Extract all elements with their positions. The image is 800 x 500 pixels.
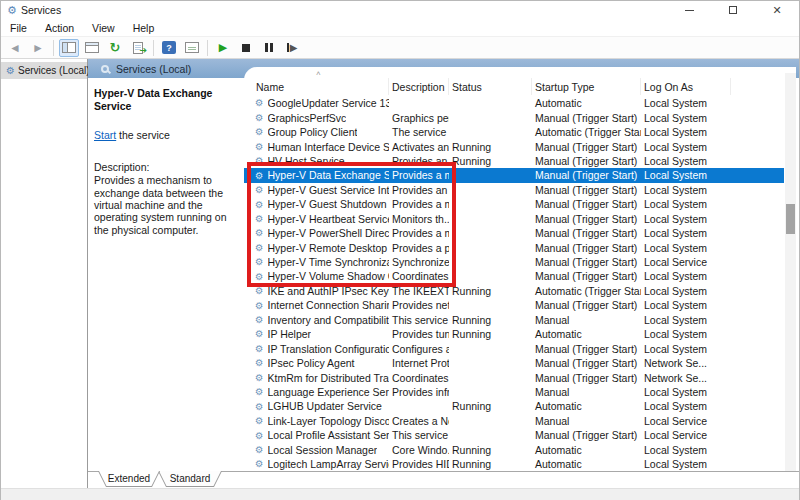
service-gear-icon: ⚙ xyxy=(255,257,264,267)
cell-startup-type: Manual (Trigger Start) xyxy=(532,184,641,196)
cell-startup-type: Manual (Trigger Start) xyxy=(532,270,641,282)
refresh-button[interactable]: ↻ xyxy=(105,39,125,57)
table-row[interactable]: ⚙Local Session ManagerCore Windo...Runni… xyxy=(244,443,784,457)
cell-status: Running xyxy=(449,400,532,412)
table-row[interactable]: ⚙Hyper-V Time Synchronizati...Synchroniz… xyxy=(244,255,784,269)
pause-icon xyxy=(265,43,273,52)
table-row[interactable]: ⚙Logitech LampArray ServiceProvides HID.… xyxy=(244,457,784,471)
cell-name: ⚙GraphicsPerfSvc xyxy=(253,112,389,124)
table-row[interactable]: ⚙Hyper-V Volume Shadow Co...Coordinates … xyxy=(244,269,784,283)
column-header-startup-type[interactable]: Startup Type xyxy=(532,78,641,95)
console-tree-panel: ⚙ Services (Local) xyxy=(1,59,88,488)
service-name: Hyper-V Guest Shutdown Se... xyxy=(268,198,389,210)
table-row[interactable]: ⚙Language Experience ServiceProvides inf… xyxy=(244,385,784,399)
column-header-name[interactable]: Name xyxy=(253,78,389,95)
stop-icon xyxy=(242,44,250,52)
cell-log-on-as: Network Se... xyxy=(641,372,731,384)
cell-startup-type: Manual xyxy=(532,415,641,427)
service-name: Hyper-V Data Exchange Serv... xyxy=(268,169,389,181)
cell-log-on-as: Local System xyxy=(641,314,731,326)
table-row[interactable]: ⚙Inventory and Compatibility...This serv… xyxy=(244,313,784,327)
cell-startup-type: Automatic xyxy=(532,97,641,109)
table-row[interactable]: ⚙IP Translation Configuration ...Configu… xyxy=(244,341,784,355)
show-console-tree-button[interactable] xyxy=(59,39,79,57)
table-row[interactable]: ⚙Hyper-V Heartbeat ServiceMonitors th...… xyxy=(244,212,784,226)
console-tree-icon xyxy=(62,42,76,53)
cell-name: ⚙Hyper-V Remote Desktop Vi... xyxy=(253,242,389,254)
cell-name: ⚙GoogleUpdater Service 130.0... xyxy=(253,97,389,109)
cell-name: ⚙Group Policy Client xyxy=(253,126,389,138)
cell-log-on-as: Local System xyxy=(641,213,731,225)
table-row[interactable]: ⚙Hyper-V PowerShell Direct S...Provides … xyxy=(244,226,784,240)
table-row[interactable]: ⚙Internet Connection Sharing...Provides … xyxy=(244,298,784,312)
menu-help[interactable]: Help xyxy=(124,22,164,34)
table-row[interactable]: ⚙IP HelperProvides tun...RunningAutomati… xyxy=(244,327,784,341)
cell-description: Coordinates ... xyxy=(389,372,449,384)
toolbar-separator xyxy=(207,40,208,56)
show-action-pane-button[interactable] xyxy=(182,39,202,57)
tab-extended[interactable]: Extended xyxy=(98,471,160,487)
table-row[interactable]: ⚙IPsec Policy AgentInternet Prot...Manua… xyxy=(244,356,784,370)
service-gear-icon: ⚙ xyxy=(255,445,264,455)
cell-description: Provides tun... xyxy=(389,328,449,340)
menu-action[interactable]: Action xyxy=(36,22,83,34)
column-header-log-on-as[interactable]: Log On As xyxy=(641,78,731,95)
stop-service-button[interactable] xyxy=(236,39,256,57)
table-row[interactable]: ⚙Group Policy ClientThe service i...Auto… xyxy=(244,125,784,139)
table-row[interactable]: ⚙Local Profile Assistant ServiceThis ser… xyxy=(244,428,784,442)
table-row[interactable]: ⚙LGHUB Updater ServiceRunningAutomaticLo… xyxy=(244,399,784,413)
main-area: ⚙ Services (Local) Services (Local) Hype… xyxy=(1,59,799,488)
cell-startup-type: Manual (Trigger Start) xyxy=(532,198,641,210)
view-tab-bar: Extended Standard xyxy=(88,471,799,488)
cell-name: ⚙Hyper-V Volume Shadow Co... xyxy=(253,270,389,282)
vertical-scrollbar[interactable] xyxy=(785,73,796,471)
table-row[interactable]: ⚙Hyper-V Remote Desktop Vi...Provides a … xyxy=(244,240,784,254)
table-row[interactable]: ⚙Hyper-V Guest Service Interf...Provides… xyxy=(244,183,784,197)
column-header-status[interactable]: Status xyxy=(449,78,532,95)
back-button[interactable]: ◄ xyxy=(5,39,25,57)
start-service-link[interactable]: Start xyxy=(94,129,116,141)
service-gear-icon: ⚙ xyxy=(255,344,264,354)
table-row[interactable]: ⚙KtmRm for Distributed Trans...Coordinat… xyxy=(244,370,784,384)
cell-startup-type: Manual (Trigger Start) xyxy=(532,256,641,268)
service-gear-icon: ⚙ xyxy=(255,98,264,108)
tree-item-services-local[interactable]: ⚙ Services (Local) xyxy=(1,62,87,79)
service-gear-icon: ⚙ xyxy=(255,272,264,282)
table-row[interactable]: ⚙Hyper-V Data Exchange Serv...Provides a… xyxy=(244,168,784,182)
services-window: ⚙ Services ✕ File Action View Help ◄ ► ↻… xyxy=(0,0,800,500)
menu-view[interactable]: View xyxy=(83,22,124,34)
table-row[interactable]: ⚙GraphicsPerfSvcGraphics per...Manual (T… xyxy=(244,110,784,124)
cell-log-on-as: Local System xyxy=(641,270,731,282)
cell-description: Provides a m... xyxy=(389,198,449,210)
start-service-button[interactable]: ▶ xyxy=(213,39,233,57)
cell-startup-type: Manual (Trigger Start) xyxy=(532,169,641,181)
table-row[interactable]: ⚙GoogleUpdater Service 130.0...Automatic… xyxy=(244,96,784,110)
export-list-button[interactable]: ➔ xyxy=(128,39,148,57)
help-button[interactable]: ? xyxy=(159,39,179,57)
table-row[interactable]: ⚙Link-Layer Topology Discove...Creates a… xyxy=(244,414,784,428)
column-header-description[interactable]: Description xyxy=(389,78,449,95)
service-gear-icon: ⚙ xyxy=(255,315,264,325)
cell-name: ⚙HV Host Service xyxy=(253,155,389,167)
properties-button[interactable] xyxy=(82,39,102,57)
cell-log-on-as: Local System xyxy=(641,97,731,109)
tab-standard[interactable]: Standard xyxy=(158,471,222,487)
restart-service-button[interactable]: ▶ xyxy=(282,39,302,57)
menu-file[interactable]: File xyxy=(1,22,36,34)
minimize-button[interactable] xyxy=(667,1,711,19)
table-row[interactable]: ⚙HV Host ServiceProvides an i...RunningM… xyxy=(244,154,784,168)
table-row[interactable]: ⚙Hyper-V Guest Shutdown Se...Provides a … xyxy=(244,197,784,211)
scrollbar-thumb[interactable] xyxy=(786,204,795,234)
cell-startup-type: Automatic (Trigger Start) xyxy=(532,126,641,138)
cell-name: ⚙Inventory and Compatibility... xyxy=(253,314,389,326)
cell-startup-type: Manual xyxy=(532,386,641,398)
cell-log-on-as: Local System xyxy=(641,112,731,124)
pause-service-button[interactable] xyxy=(259,39,279,57)
table-row[interactable]: ⚙Human Interface Device Serv...Activates… xyxy=(244,139,784,153)
forward-button[interactable]: ► xyxy=(28,39,48,57)
cell-description: Provides a pl... xyxy=(389,242,449,254)
service-name: GoogleUpdater Service 130.0... xyxy=(268,97,389,109)
close-button[interactable]: ✕ xyxy=(755,1,799,19)
maximize-button[interactable] xyxy=(711,1,755,19)
table-row[interactable]: ⚙IKE and AuthIP IPsec Keying ...The IKEE… xyxy=(244,284,784,298)
